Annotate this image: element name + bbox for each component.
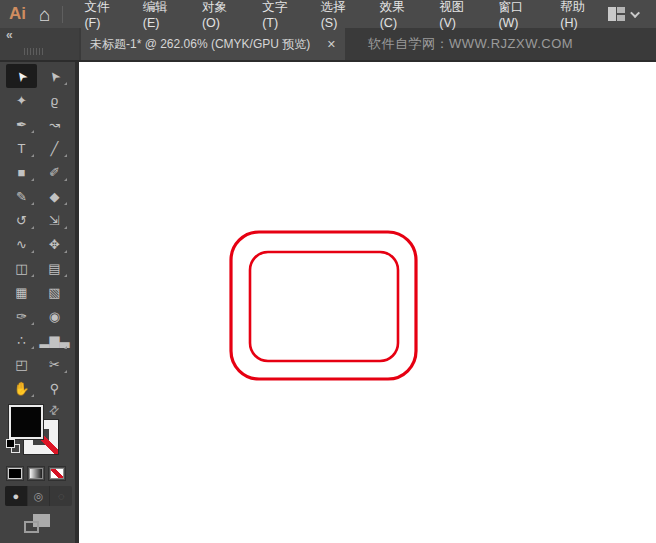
artboard-tool-icon: ◰ [15, 358, 27, 371]
line-segment-tool[interactable]: ╱ [39, 136, 70, 160]
drawing-mode-switch: ●◎◌ [5, 486, 72, 506]
mesh-tool[interactable]: ▦ [6, 280, 37, 304]
hand-tool-icon: ✋ [13, 382, 29, 395]
menubar-divider [62, 6, 63, 23]
lasso-tool-icon: ϱ [51, 94, 58, 107]
artwork-rounded-rectangles [79, 62, 656, 543]
symbol-sprayer-tool-icon: ∴ [17, 334, 25, 347]
workspace-switcher-icon[interactable] [608, 7, 625, 21]
tools-panel-header: « [0, 28, 79, 60]
curvature-tool[interactable]: ↝ [39, 112, 70, 136]
illustrator-logo: Ai [9, 4, 26, 24]
menu-item-effect[interactable]: 效果(C) [368, 0, 428, 28]
menu-item-help[interactable]: 帮助(H) [548, 0, 608, 28]
artboard-tool[interactable]: ◰ [6, 352, 37, 376]
rotate-tool-icon: ↺ [16, 214, 27, 227]
curvature-tool-icon: ↝ [49, 118, 60, 131]
draw-normal-mode[interactable]: ● [5, 486, 28, 506]
line-segment-tool-icon: ╱ [51, 142, 59, 155]
perspective-grid-tool-icon: ▤ [48, 262, 60, 275]
gradient-tool[interactable]: ▧ [39, 280, 70, 304]
swap-fill-stroke-icon[interactable]: ⇄ [46, 401, 63, 418]
zoom-tool-icon: ⚲ [50, 382, 60, 395]
document-tab-title: 未标题-1* @ 262.06% (CMYK/GPU 预览) [81, 36, 310, 53]
chevron-down-icon[interactable] [630, 8, 640, 18]
menu-item-view[interactable]: 视图(V) [427, 0, 486, 28]
shaper-tool[interactable]: ✎ [6, 184, 37, 208]
tab-close-icon[interactable]: ✕ [327, 38, 336, 51]
panel-grip-handle[interactable] [24, 48, 44, 55]
rotate-tool[interactable]: ↺ [6, 208, 37, 232]
color-button[interactable] [6, 466, 24, 481]
magic-wand-tool-icon: ✦ [16, 94, 27, 107]
tab-bar: « 未标题-1* @ 262.06% (CMYK/GPU 预览) ✕ 软件自学网… [0, 28, 656, 62]
blend-tool-icon: ◉ [49, 310, 60, 323]
type-tool[interactable]: T [6, 136, 37, 160]
none-button[interactable] [48, 466, 66, 481]
pen-tool-icon: ✒ [16, 118, 27, 131]
tools-panel: ➤➤✦ϱ✒↝T╱■✐✎◆↺⇲∿✥◫▤▦▧✑◉∴▂▆▃◰✂✋⚲ ⇄ ●◎◌ [0, 62, 79, 543]
column-graph-tool-icon: ▂▆▃ [40, 334, 70, 347]
menu-items: 文件(F)编辑(E)对象(O)文字(T)选择(S)效果(C)视图(V)窗口(W)… [72, 0, 608, 28]
zoom-tool[interactable]: ⚲ [39, 376, 70, 400]
menu-item-edit[interactable]: 编辑(E) [131, 0, 190, 28]
direct-selection-tool[interactable]: ➤ [39, 64, 70, 88]
eyedropper-tool[interactable]: ✑ [6, 304, 37, 328]
blend-tool[interactable]: ◉ [39, 304, 70, 328]
menu-item-type[interactable]: 文字(T) [250, 0, 308, 28]
change-screen-mode-icon[interactable] [24, 514, 51, 534]
shape-builder-tool-icon: ◫ [15, 262, 27, 275]
artboard-canvas[interactable] [79, 62, 656, 543]
selection-tool-icon: ➤ [13, 68, 30, 84]
eyedropper-tool-icon: ✑ [16, 310, 27, 323]
pen-tool[interactable]: ✒ [6, 112, 37, 136]
document-tab[interactable]: 未标题-1* @ 262.06% (CMYK/GPU 预览) ✕ [81, 28, 345, 60]
rectangle-tool[interactable]: ■ [6, 160, 37, 184]
magic-wand-tool[interactable]: ✦ [6, 88, 37, 112]
eraser-tool[interactable]: ◆ [39, 184, 70, 208]
column-graph-tool[interactable]: ▂▆▃ [39, 328, 70, 352]
width-tool-icon: ∿ [16, 238, 27, 251]
perspective-grid-tool[interactable]: ▤ [39, 256, 70, 280]
draw-inside-mode[interactable]: ◌ [50, 486, 72, 506]
shape-builder-tool[interactable]: ◫ [6, 256, 37, 280]
gradient-tool-icon: ▧ [48, 286, 60, 299]
type-tool-icon: T [18, 142, 26, 155]
scale-tool-icon: ⇲ [49, 214, 60, 227]
free-transform-tool[interactable]: ✥ [39, 232, 70, 256]
default-fill-stroke-icon[interactable] [6, 439, 22, 455]
inner-rounded-rectangle[interactable] [250, 252, 398, 361]
symbol-sprayer-tool[interactable]: ∴ [6, 328, 37, 352]
draw-behind-mode[interactable]: ◎ [28, 486, 51, 506]
gradient-button[interactable] [27, 466, 45, 481]
menubar-right [608, 7, 656, 21]
free-transform-tool-icon: ✥ [49, 238, 60, 251]
direct-selection-tool-icon: ➤ [46, 68, 63, 84]
color-mode-buttons [6, 466, 66, 481]
menu-bar: Ai ⌂ 文件(F)编辑(E)对象(O)文字(T)选择(S)效果(C)视图(V)… [0, 0, 656, 28]
paintbrush-tool[interactable]: ✐ [39, 160, 70, 184]
menu-item-file[interactable]: 文件(F) [72, 0, 130, 28]
tools-grid: ➤➤✦ϱ✒↝T╱■✐✎◆↺⇲∿✥◫▤▦▧✑◉∴▂▆▃◰✂✋⚲ [6, 64, 70, 400]
selection-tool[interactable]: ➤ [6, 64, 37, 88]
hand-tool[interactable]: ✋ [6, 376, 37, 400]
width-tool[interactable]: ∿ [6, 232, 37, 256]
collapse-panel-icon[interactable]: « [6, 28, 12, 42]
fill-swatch-black[interactable] [9, 405, 43, 439]
eraser-tool-icon: ◆ [50, 190, 60, 203]
scale-tool[interactable]: ⇲ [39, 208, 70, 232]
paintbrush-tool-icon: ✐ [49, 166, 60, 179]
rectangle-tool-icon: ■ [18, 166, 26, 179]
menu-item-select[interactable]: 选择(S) [309, 0, 368, 28]
slice-tool[interactable]: ✂ [39, 352, 70, 376]
slice-tool-icon: ✂ [49, 358, 60, 371]
home-icon[interactable]: ⌂ [39, 5, 50, 24]
menu-item-window[interactable]: 窗口(W) [486, 0, 548, 28]
watermark-text: 软件自学网：WWW.RJZXW.COM [368, 28, 573, 60]
shaper-tool-icon: ✎ [16, 190, 27, 203]
lasso-tool[interactable]: ϱ [39, 88, 70, 112]
menu-item-object[interactable]: 对象(O) [190, 0, 250, 28]
mesh-tool-icon: ▦ [15, 286, 27, 299]
fill-stroke-control: ⇄ [0, 402, 75, 462]
